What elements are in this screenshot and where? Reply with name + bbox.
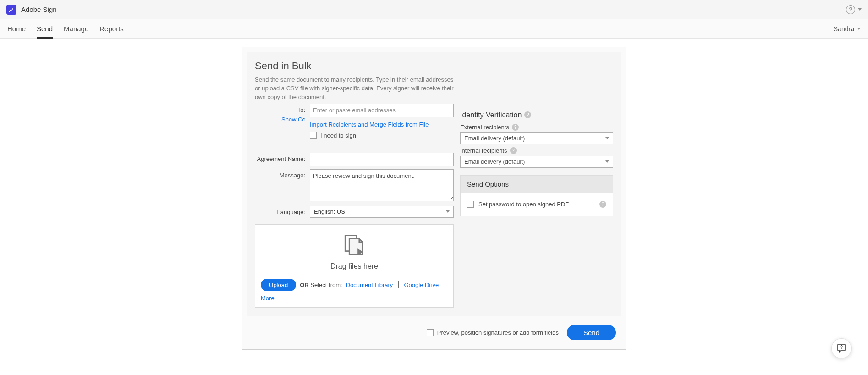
or-text: OR xyxy=(300,281,309,288)
chat-help-icon: ? xyxy=(836,343,847,350)
identity-verification-title: Identity Verification xyxy=(460,111,522,119)
to-input[interactable] xyxy=(310,104,454,117)
language-label: Language: xyxy=(255,206,310,215)
help-icon[interactable]: ? xyxy=(599,201,606,208)
help-icon[interactable]: ? xyxy=(510,147,517,154)
documents-icon xyxy=(342,233,367,258)
tab-manage[interactable]: Manage xyxy=(64,19,88,38)
google-drive-link[interactable]: Google Drive xyxy=(404,281,439,288)
need-to-sign-checkbox[interactable] xyxy=(310,132,317,139)
page-description: Send the same document to many recipient… xyxy=(255,76,458,102)
help-icon[interactable]: ? xyxy=(524,111,531,118)
preview-checkbox[interactable] xyxy=(427,329,434,336)
tab-home[interactable]: Home xyxy=(7,19,26,38)
internal-recipients-label: Internal recipients xyxy=(460,147,507,154)
agreement-name-input[interactable] xyxy=(310,153,454,166)
divider: | xyxy=(397,281,399,289)
drop-text: Drag files here xyxy=(330,262,378,270)
file-dropzone[interactable]: Drag files here Upload OR Select from: D… xyxy=(255,224,454,308)
chevron-down-icon xyxy=(446,210,450,213)
message-label: Message: xyxy=(255,169,310,179)
nav-tabs: Home Send Manage Reports xyxy=(7,19,124,38)
send-button[interactable]: Send xyxy=(567,325,616,340)
top-bar: Adobe Sign ? xyxy=(0,0,868,19)
show-cc-link[interactable]: Show Cc xyxy=(281,116,305,123)
external-recipients-label: External recipients xyxy=(460,124,509,131)
user-name: Sandra xyxy=(834,25,854,33)
set-password-label: Set password to open signed PDF xyxy=(478,201,595,208)
chevron-down-icon xyxy=(857,28,861,30)
internal-recipients-select[interactable]: Email delivery (default) xyxy=(460,156,613,168)
need-to-sign-label: I need to sign xyxy=(320,132,356,139)
chevron-down-icon[interactable] xyxy=(858,8,862,11)
svg-text:?: ? xyxy=(840,345,843,350)
agreement-name-label: Agreement Name: xyxy=(255,153,310,162)
app-title: Adobe Sign xyxy=(21,6,57,13)
upload-button[interactable]: Upload xyxy=(261,279,296,291)
to-label: To: xyxy=(255,106,305,113)
help-icon[interactable]: ? xyxy=(846,5,855,14)
send-options-title: Send Options xyxy=(461,176,613,193)
page-title: Send in Bulk xyxy=(255,60,613,72)
nav-bar: Home Send Manage Reports Sandra xyxy=(0,19,868,39)
adobe-sign-logo-icon xyxy=(6,5,16,15)
chevron-down-icon xyxy=(605,160,609,163)
user-menu[interactable]: Sandra xyxy=(834,25,861,33)
language-value: English: US xyxy=(314,208,345,215)
select-from-text: Select from: xyxy=(310,281,342,288)
message-input[interactable] xyxy=(310,169,454,201)
help-icon[interactable]: ? xyxy=(512,124,519,131)
send-options-panel: Send Options Set password to open signed… xyxy=(460,175,613,216)
internal-recipients-value: Email delivery (default) xyxy=(464,158,525,165)
main-card: Send in Bulk Send the same document to m… xyxy=(242,47,626,350)
more-link[interactable]: More xyxy=(261,295,275,302)
tab-reports[interactable]: Reports xyxy=(99,19,124,38)
footer-actions: Preview, position signatures or add form… xyxy=(247,316,621,345)
chevron-down-icon xyxy=(605,137,609,139)
external-recipients-value: Email delivery (default) xyxy=(464,135,525,142)
brand: Adobe Sign xyxy=(6,5,57,15)
topbar-actions: ? xyxy=(846,5,862,14)
preview-label: Preview, position signatures or add form… xyxy=(437,329,559,336)
import-recipients-link[interactable]: Import Recipients and Merge Fields from … xyxy=(310,121,429,128)
tab-send[interactable]: Send xyxy=(37,19,53,38)
set-password-checkbox[interactable] xyxy=(467,201,474,208)
language-select[interactable]: English: US xyxy=(310,206,454,218)
document-library-link[interactable]: Document Library xyxy=(346,281,393,288)
external-recipients-select[interactable]: Email delivery (default) xyxy=(460,132,613,144)
